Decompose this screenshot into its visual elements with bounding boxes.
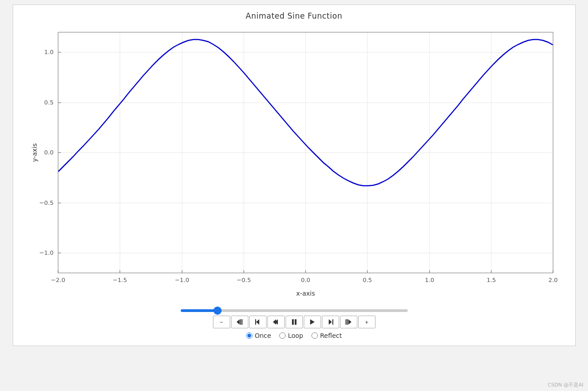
svg-marker-50: [273, 319, 276, 325]
radio-row: Once Loop Reflect: [246, 332, 342, 339]
svg-text:0.0: 0.0: [44, 149, 54, 156]
figure-container: Animated Sine Function: [13, 5, 576, 346]
prev-frame-button[interactable]: [249, 316, 267, 328]
svg-rect-57: [347, 319, 348, 325]
svg-rect-45: [240, 319, 241, 325]
svg-text:2.0: 2.0: [548, 277, 558, 283]
watermark: CSDN @不是AI: [548, 381, 583, 388]
radio-loop-label[interactable]: Loop: [279, 332, 303, 339]
chart-title: Animated Sine Function: [246, 11, 342, 20]
svg-text:−2.0: −2.0: [51, 277, 65, 283]
pause-button[interactable]: [286, 316, 303, 328]
radio-once-label[interactable]: Once: [246, 332, 271, 339]
controls-area: − +: [13, 305, 575, 346]
radio-reflect-label[interactable]: Reflect: [311, 332, 342, 339]
svg-rect-58: [346, 319, 346, 325]
svg-text:−1.5: −1.5: [113, 277, 127, 283]
svg-text:−0.5: −0.5: [237, 277, 251, 283]
back-button[interactable]: [267, 316, 285, 328]
svg-marker-56: [348, 319, 351, 325]
svg-text:1.0: 1.0: [44, 49, 54, 55]
radio-loop[interactable]: [279, 332, 286, 339]
next-frame-button[interactable]: [322, 316, 339, 328]
skip-to-end-button[interactable]: [340, 316, 357, 328]
chart-area: 1.0 0.5 0.0 −0.5 −1.0 −2.0 −1.5 −1.0 −0.…: [26, 23, 562, 305]
svg-text:1.0: 1.0: [425, 277, 434, 283]
svg-rect-52: [295, 319, 296, 325]
svg-text:−0.5: −0.5: [39, 199, 54, 206]
play-button[interactable]: [304, 316, 321, 328]
svg-text:0.5: 0.5: [44, 99, 54, 106]
radio-reflect-text: Reflect: [320, 332, 342, 339]
slider-container: [181, 309, 408, 312]
svg-text:0.0: 0.0: [301, 277, 310, 283]
speed-decrease-button[interactable]: −: [213, 316, 230, 328]
svg-marker-54: [329, 319, 332, 325]
svg-text:−1.0: −1.0: [39, 249, 54, 256]
radio-loop-text: Loop: [288, 332, 303, 339]
svg-text:x-axis: x-axis: [296, 290, 315, 297]
svg-text:1.5: 1.5: [486, 277, 496, 283]
svg-marker-53: [310, 319, 315, 325]
main-chart-svg: 1.0 0.5 0.0 −0.5 −1.0 −2.0 −1.5 −1.0 −0.…: [26, 23, 562, 305]
svg-marker-47: [256, 319, 259, 325]
svg-rect-55: [332, 319, 333, 325]
svg-rect-48: [255, 319, 256, 325]
svg-text:0.5: 0.5: [362, 277, 372, 283]
radio-once[interactable]: [246, 332, 252, 339]
svg-rect-46: [242, 319, 242, 325]
radio-reflect[interactable]: [311, 332, 318, 339]
svg-rect-51: [292, 319, 294, 325]
button-row: − +: [213, 316, 376, 328]
animation-slider[interactable]: [181, 309, 408, 312]
speed-increase-button[interactable]: +: [358, 316, 376, 328]
skip-to-start-button[interactable]: [231, 316, 248, 328]
svg-text:y-axis: y-axis: [31, 143, 38, 162]
svg-text:−1.0: −1.0: [175, 277, 189, 283]
radio-once-text: Once: [255, 332, 271, 339]
svg-marker-44: [237, 319, 240, 325]
